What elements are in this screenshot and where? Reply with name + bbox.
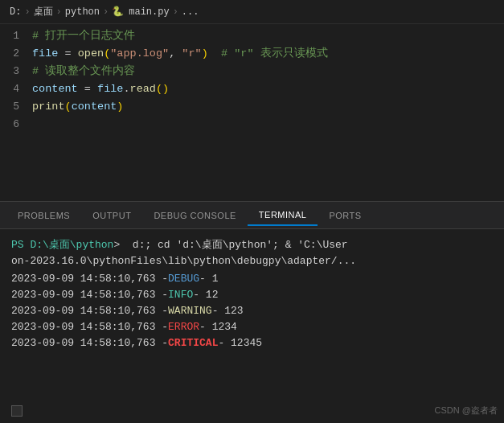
breadcrumb-sep3: › <box>103 6 109 18</box>
log-val-3: - 123 <box>212 303 244 319</box>
breadcrumb-file: main.py <box>129 6 169 18</box>
code-line-5: 5 print(content) <box>0 98 504 116</box>
tab-debug-console[interactable]: DEBUG CONSOLE <box>142 206 247 225</box>
log-line-info: 2023-09-09 14:58:10,763 - INFO - 12 <box>11 287 493 303</box>
code-line-2: 2 file = open("app.log", "r") # "r" 表示只读… <box>0 45 504 63</box>
log-level-error: ERROR <box>168 319 199 335</box>
terminal-prompt: PS D:\桌面\python> d:; cd 'd:\桌面\python'; … <box>11 237 493 269</box>
log-level-critical: CRITICAL <box>168 335 218 351</box>
line-content-5: print(content) <box>32 98 504 116</box>
log-level-warning: WARNING <box>168 303 212 319</box>
log-level-info: INFO <box>168 287 193 303</box>
breadcrumb-sep4: › <box>173 6 178 18</box>
log-date-3: 2023-09-09 14:58:10,763 - <box>11 303 168 319</box>
panel-tabs: PROBLEMS OUTPUT DEBUG CONSOLE TERMINAL P… <box>0 201 504 229</box>
log-line-warning: 2023-09-09 14:58:10,763 - WARNING - 123 <box>11 303 493 319</box>
breadcrumb-ellipsis: ... <box>182 6 199 18</box>
python-file-icon: 🐍 <box>112 6 124 18</box>
terminal-scroll-indicator <box>11 405 23 417</box>
code-line-3: 3 # 读取整个文件内容 <box>0 63 504 80</box>
log-val-1: - 1 <box>199 271 218 287</box>
log-val-4: - 1234 <box>199 319 237 335</box>
line-content-4: content = file.read() <box>32 80 504 98</box>
breadcrumb-folder1: 桌面 <box>34 5 53 18</box>
tab-output[interactable]: OUTPUT <box>81 206 142 225</box>
line-number-4: 4 <box>0 80 32 98</box>
tab-ports[interactable]: PORTS <box>318 206 372 225</box>
log-level-debug: DEBUG <box>168 271 199 287</box>
log-line-critical: 2023-09-09 14:58:10,763 - CRITICAL - 123… <box>11 335 493 351</box>
tab-terminal[interactable]: TERMINAL <box>248 205 318 226</box>
breadcrumb-folder2: python <box>65 6 100 18</box>
log-date-2: 2023-09-09 14:58:10,763 - <box>11 287 168 303</box>
code-editor: 1 # 打开一个日志文件 2 file = open("app.log", "r… <box>0 24 504 201</box>
line-number-6: 6 <box>0 116 32 133</box>
line-number-2: 2 <box>0 45 32 63</box>
log-date-5: 2023-09-09 14:58:10,763 - <box>11 335 168 351</box>
watermark: CSDN @盗者者 <box>435 405 498 417</box>
log-date-1: 2023-09-09 14:58:10,763 - <box>11 271 168 287</box>
line-content-2: file = open("app.log", "r") # "r" 表示只读模式 <box>32 45 504 63</box>
log-date-4: 2023-09-09 14:58:10,763 - <box>11 319 168 335</box>
line-number-3: 3 <box>0 63 32 80</box>
line-content-3: # 读取整个文件内容 <box>32 63 504 80</box>
log-line-error: 2023-09-09 14:58:10,763 - ERROR - 1234 <box>11 319 493 335</box>
log-val-5: - 12345 <box>218 335 262 351</box>
log-line-debug: 2023-09-09 14:58:10,763 - DEBUG - 1 <box>11 271 493 287</box>
log-val-2: - 12 <box>193 287 218 303</box>
code-line-6: 6 <box>0 116 504 133</box>
line-content-1: # 打开一个日志文件 <box>32 27 504 45</box>
breadcrumb: D: › 桌面 › python › 🐍 main.py › ... <box>0 0 504 24</box>
breadcrumb-drive: D: <box>10 6 21 18</box>
line-number-1: 1 <box>0 27 32 45</box>
code-line-1: 1 # 打开一个日志文件 <box>0 27 504 45</box>
tab-problems[interactable]: PROBLEMS <box>6 206 81 225</box>
terminal-panel[interactable]: PS D:\桌面\python> d:; cd 'd:\桌面\python'; … <box>0 229 504 359</box>
breadcrumb-sep: › <box>24 6 30 18</box>
line-number-5: 5 <box>0 98 32 116</box>
breadcrumb-sep2: › <box>56 6 62 18</box>
code-line-4: 4 content = file.read() <box>0 80 504 98</box>
